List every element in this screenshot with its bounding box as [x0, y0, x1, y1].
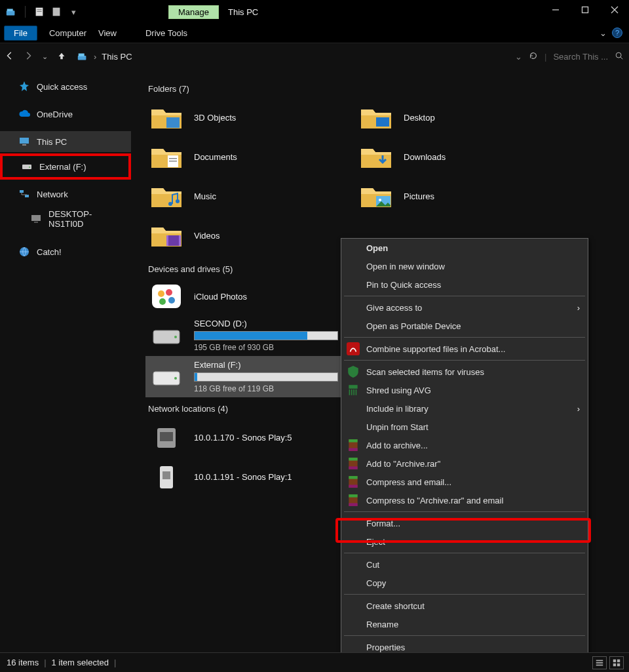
- svg-rect-66: [596, 664, 603, 665]
- minimize-button[interactable]: [541, 0, 570, 20]
- recent-dropdown-icon[interactable]: ⌄: [42, 52, 48, 61]
- ctx-give-access[interactable]: Give access to›: [341, 298, 588, 317]
- address-dropdown-icon[interactable]: ⌄: [515, 52, 522, 62]
- ctx-unpin-start[interactable]: Unpin from Start: [341, 418, 588, 436]
- ctx-create-shortcut[interactable]: Create shortcut: [341, 597, 588, 615]
- ctx-include-library[interactable]: Include in library›: [341, 399, 588, 418]
- network-icon: [18, 188, 30, 200]
- close-button[interactable]: [600, 0, 629, 20]
- hdd-icon: [149, 321, 183, 350]
- ctx-copy[interactable]: Copy: [341, 574, 588, 592]
- ctx-format[interactable]: Format...: [341, 514, 588, 532]
- drive-second[interactable]: SECOND (D:) 195 GB free of 930 GB: [145, 315, 342, 356]
- svg-rect-19: [25, 195, 29, 197]
- svg-rect-33: [166, 235, 168, 246]
- device-icon: [149, 423, 183, 452]
- ctx-compress-rar-email[interactable]: Compress to "Archive.rar" and email: [341, 491, 588, 509]
- sidebar-quick-access[interactable]: Quick access: [0, 76, 131, 97]
- drive-free-text: 195 GB free of 930 GB: [194, 343, 338, 352]
- ctx-open-new-window[interactable]: Open in new window: [341, 257, 588, 275]
- svg-rect-11: [79, 54, 85, 57]
- sidebar-catch[interactable]: Catch!: [0, 241, 131, 262]
- ribbon-collapse-icon[interactable]: ⌄: [600, 28, 607, 38]
- ctx-combine-acrobat[interactable]: Combine supported files in Acrobat...: [341, 340, 588, 358]
- ctx-compress-email[interactable]: Compress and email...: [341, 473, 588, 491]
- folder-desktop[interactable]: Desktop: [355, 98, 565, 137]
- help-icon[interactable]: ?: [612, 28, 622, 38]
- breadcrumb-location[interactable]: This PC: [102, 52, 132, 62]
- rar-icon: [347, 475, 360, 488]
- sidebar-onedrive[interactable]: OneDrive: [0, 104, 131, 125]
- svg-rect-63: [349, 503, 357, 505]
- ctx-add-archive[interactable]: Add to archive...: [341, 436, 588, 454]
- qat-properties-icon[interactable]: [33, 6, 45, 18]
- sidebar-item-label: Network: [37, 189, 68, 199]
- drive-label: External (F:): [194, 360, 338, 370]
- drive-external[interactable]: External (F:) 118 GB free of 119 GB: [145, 356, 342, 397]
- back-button[interactable]: [5, 51, 14, 62]
- folder-videos[interactable]: Videos: [145, 216, 355, 255]
- status-bar: 16 items | 1 item selected |: [0, 652, 629, 672]
- ctx-open[interactable]: Open: [341, 239, 588, 257]
- ctx-rename[interactable]: Rename: [341, 615, 588, 633]
- details-view-button[interactable]: [592, 656, 607, 669]
- drive-tools-tab[interactable]: Drive Tools: [145, 28, 187, 38]
- sidebar-item-label: External (F:): [39, 162, 86, 172]
- svg-rect-35: [152, 285, 181, 308]
- svg-rect-60: [349, 484, 357, 487]
- forward-button[interactable]: [24, 51, 33, 62]
- drive-icloud[interactable]: iCloud Photos: [145, 278, 342, 315]
- qat-dropdown-icon[interactable]: [50, 6, 62, 18]
- folder-music[interactable]: Music: [145, 176, 355, 216]
- drive-label: iCloud Photos: [194, 292, 247, 302]
- drive-icon: [21, 161, 33, 172]
- sidebar-this-pc[interactable]: This PC: [0, 131, 131, 152]
- search-placeholder[interactable]: Search This ...: [553, 52, 608, 62]
- ctx-scan[interactable]: Scan selected items for viruses: [341, 363, 588, 381]
- folder-3d-objects[interactable]: 3D Objects: [145, 98, 355, 137]
- svg-rect-67: [613, 659, 616, 662]
- ribbon: File Computer View Drive Tools ⌄ ?: [0, 24, 629, 43]
- refresh-icon[interactable]: [529, 51, 538, 62]
- sidebar-network[interactable]: Network: [0, 184, 131, 205]
- manage-tab[interactable]: Manage: [168, 5, 219, 19]
- icloud-icon: [149, 282, 183, 311]
- svg-rect-10: [78, 56, 86, 60]
- folder-downloads[interactable]: Downloads: [355, 137, 565, 176]
- computer-tab[interactable]: Computer: [49, 28, 86, 38]
- svg-rect-3: [37, 9, 41, 10]
- svg-rect-20: [31, 215, 41, 221]
- sidebar-desktop-pc[interactable]: DESKTOP-NS1TI0D: [0, 205, 131, 233]
- view-tab[interactable]: View: [98, 28, 117, 38]
- ctx-cut[interactable]: Cut: [341, 555, 588, 574]
- folder-documents[interactable]: Documents: [145, 137, 355, 176]
- folder-icon: [149, 142, 183, 171]
- ctx-open-portable[interactable]: Open as Portable Device: [341, 317, 588, 335]
- address-bar: ⌄ › This PC ⌄ | Search This ...: [0, 43, 629, 69]
- folder-pictures[interactable]: Pictures: [355, 176, 565, 216]
- svg-point-29: [176, 199, 180, 203]
- pc-icon: [30, 213, 42, 225]
- svg-rect-65: [596, 662, 603, 663]
- breadcrumb-separator: ›: [94, 52, 96, 62]
- svg-rect-14: [20, 138, 29, 144]
- svg-rect-69: [613, 663, 616, 665]
- icons-view-button[interactable]: [609, 656, 624, 669]
- ctx-add-archive-rar[interactable]: Add to "Archive.rar": [341, 454, 588, 473]
- svg-rect-53: [349, 439, 357, 442]
- svg-point-36: [158, 290, 164, 297]
- ctx-pin-quick-access[interactable]: Pin to Quick access: [341, 275, 588, 294]
- folder-label: Desktop: [404, 113, 435, 123]
- file-tab[interactable]: File: [4, 26, 37, 41]
- svg-rect-0: [7, 10, 15, 15]
- ctx-eject[interactable]: Eject: [341, 532, 588, 551]
- up-button[interactable]: [57, 51, 66, 62]
- svg-rect-49: [162, 471, 170, 479]
- maximize-button[interactable]: [570, 0, 600, 20]
- qat-chevron-icon[interactable]: ▾: [67, 6, 79, 18]
- ctx-shred[interactable]: Shred using AVG: [341, 381, 588, 399]
- folders-header[interactable]: Folders (7): [148, 84, 629, 94]
- svg-rect-64: [596, 660, 603, 661]
- search-icon[interactable]: [615, 51, 624, 62]
- sidebar-external[interactable]: External (F:): [0, 153, 131, 180]
